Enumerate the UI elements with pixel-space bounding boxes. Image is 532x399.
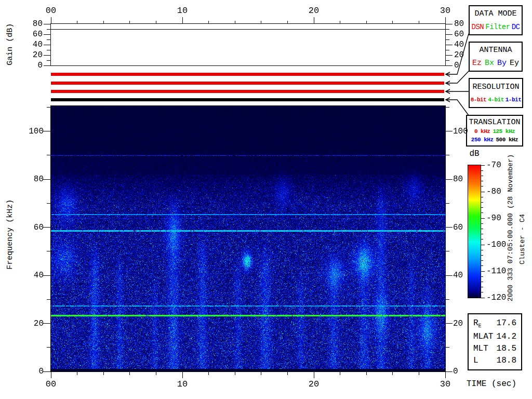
- colorbar-minor-tick: [481, 212, 483, 213]
- colorbar-tick-label: -110: [486, 267, 513, 276]
- freq-minor-tick-right: [445, 155, 449, 155]
- bottom-axis-major-tick: [445, 371, 446, 378]
- colorbar-major-tick: [481, 218, 485, 219]
- freq-tick-label-left: 60: [16, 223, 44, 232]
- gain-tick-label-left: 80: [18, 20, 43, 29]
- antenna-title: ANTENNA: [479, 46, 512, 54]
- gain-tick-label-right: 60: [454, 30, 479, 39]
- colorbar-minor-tick: [481, 282, 483, 282]
- colorbar-minor-tick: [481, 260, 483, 261]
- colorbar-minor-tick: [481, 186, 483, 187]
- colorbar-minor-tick: [481, 202, 483, 203]
- top-axis-minor-tick: [340, 21, 340, 24]
- freq-major-tick-right: [445, 323, 453, 324]
- freq-tick-label-right: 40: [453, 271, 481, 280]
- gain-major-tick-left: [44, 34, 51, 35]
- bottom-axis-minor-tick: [366, 371, 367, 375]
- translation-option-500khz: 500 kHz: [496, 137, 518, 143]
- freq-tick-label-right: 60: [453, 223, 481, 232]
- colorbar-minor-tick: [481, 170, 483, 171]
- colorbar-major-tick: [481, 245, 485, 245]
- top-axis-major-tick: [182, 17, 183, 24]
- status-bar-2: [51, 82, 444, 85]
- gain-minor-tick-right: [445, 29, 449, 30]
- freq-minor-tick-right: [445, 299, 449, 300]
- colorbar-minor-tick: [481, 176, 483, 176]
- top-axis-minor-tick: [208, 21, 209, 24]
- colorbar-tick-label: -70: [486, 161, 513, 170]
- resolution-legend-box: RESOLUTION 8-bit 4-bit 1-bit: [469, 78, 523, 108]
- translation-title: TRANSLATION: [469, 118, 520, 126]
- colorbar-minor-tick: [481, 265, 483, 266]
- bottom-axis-minor-tick: [340, 371, 340, 375]
- gain-axis-title: Gain (dB): [6, 0, 15, 96]
- resolution-option-4bit: 4-bit: [488, 97, 504, 103]
- colorbar-tick-label: -90: [486, 214, 513, 223]
- gain-major-tick-left: [44, 55, 51, 56]
- freq-minor-tick-right: [445, 347, 449, 348]
- freq-major-tick-left: [43, 131, 51, 131]
- top-axis-major-tick: [314, 17, 314, 24]
- top-axis-minor-tick: [392, 21, 393, 24]
- gain-major-tick-right: [445, 45, 453, 45]
- freq-major-tick-left: [43, 275, 51, 276]
- top-axis-major-tick: [51, 17, 51, 24]
- gain-tick-label-right: 40: [454, 41, 479, 49]
- gain-tick-label-left: 0: [18, 61, 43, 70]
- colorbar-minor-tick: [481, 234, 483, 234]
- freq-minor-tick-right: [445, 203, 449, 204]
- info-row-mlt: MLT 18.5: [473, 344, 516, 353]
- gain-major-tick-right: [445, 34, 453, 35]
- info-label-mlat: MLAT: [473, 332, 493, 341]
- freq-major-tick-right: [445, 371, 453, 372]
- freq-major-tick-left: [43, 371, 51, 372]
- colorbar-minor-tick: [481, 197, 483, 197]
- freq-major-tick-right: [445, 227, 453, 228]
- bottom-axis-minor-tick: [129, 371, 130, 375]
- colorbar-major-tick: [481, 165, 485, 166]
- freq-tick-label-left: 100: [16, 127, 44, 136]
- freq-major-tick-left: [43, 227, 51, 228]
- antenna-option-ey: Ey: [510, 59, 519, 67]
- colorbar-tick-label: -80: [486, 188, 513, 196]
- antenna-option-bx: Bx: [485, 59, 494, 67]
- gain-minor-tick-left: [47, 29, 51, 30]
- colorbar-tick-label: -120: [486, 294, 513, 302]
- bottom-axis-minor-tick: [208, 371, 209, 375]
- gain-major-tick-left: [44, 65, 51, 66]
- translation-option-125khz: 125 kHz: [493, 129, 515, 135]
- data-mode-arrowhead: [446, 72, 450, 76]
- colorbar-minor-tick: [481, 223, 483, 224]
- colorbar-minor-tick: [481, 276, 483, 277]
- datetime-annotation: 2000 333 07:05:00.000 (28 November): [507, 150, 515, 305]
- colorbar-minor-tick: [481, 255, 483, 256]
- bottom-axis-minor-tick: [77, 371, 77, 375]
- gain-tick-label-right: 80: [454, 20, 479, 29]
- freq-minor-tick-left: [47, 299, 51, 300]
- freq-tick-label-right: 100: [453, 127, 481, 136]
- bottom-axis-minor-tick: [419, 371, 419, 375]
- bottom-axis-minor-tick: [392, 371, 393, 375]
- colorbar-minor-tick: [481, 229, 483, 229]
- freq-minor-tick-right: [445, 251, 449, 251]
- freq-minor-tick-right: [445, 107, 449, 108]
- status-bar-4: [51, 98, 444, 101]
- freq-tick-label-right: 80: [453, 175, 481, 184]
- colorbar-minor-tick: [481, 207, 483, 208]
- freq-major-tick-right: [445, 131, 453, 131]
- gain-tick-label-left: 40: [18, 41, 43, 49]
- freq-tick-label-left: 80: [16, 175, 44, 184]
- bottom-axis-minor-tick: [261, 371, 261, 375]
- top-axis-minor-tick: [261, 21, 261, 24]
- spacecraft-annotation: Cluster - C4: [519, 161, 527, 317]
- gain-minor-tick-right: [445, 39, 449, 40]
- colorbar-title: dB: [468, 150, 481, 159]
- gain-minor-tick-left: [47, 50, 51, 50]
- freq-tick-label-left: 40: [16, 271, 44, 280]
- colorbar-major-tick: [481, 271, 485, 272]
- resolution-title: RESOLUTION: [472, 83, 519, 91]
- status-bar-3: [51, 90, 444, 93]
- bottom-axis-minor-tick: [287, 371, 288, 375]
- gain-tick-label-right: 20: [454, 51, 479, 60]
- gain-major-tick-left: [44, 45, 51, 45]
